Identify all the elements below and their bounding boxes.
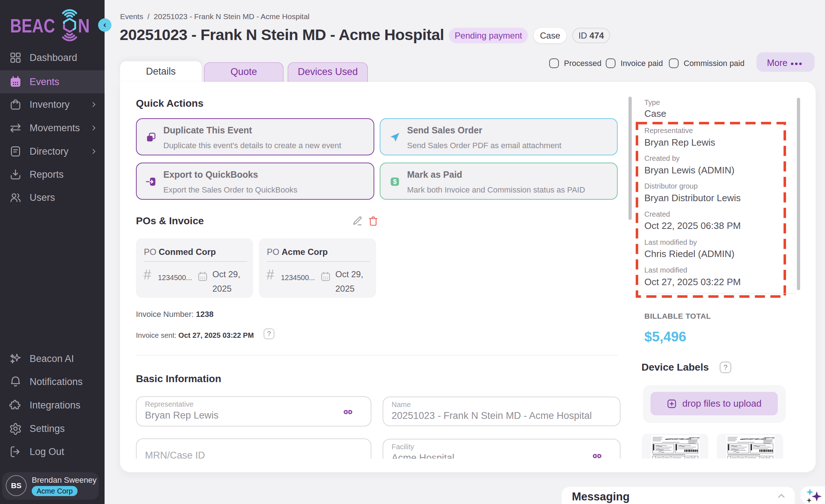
svg-text:INTEGRITYIMPLANTS: INTEGRITYIMPLANTS: [744, 438, 766, 440]
svg-text:$: $: [393, 178, 397, 185]
svg-text:INTEGRITYIMPLANTS: INTEGRITYIMPLANTS: [669, 438, 691, 440]
svg-text:ORDER FORM: ORDER FORM: [689, 437, 700, 439]
svg-text:ORDER FORM: ORDER FORM: [764, 437, 775, 439]
